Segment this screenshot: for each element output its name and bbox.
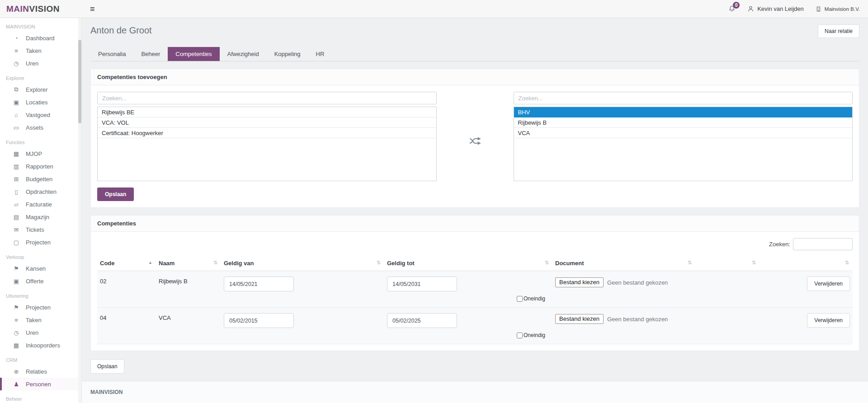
list-item-selected[interactable]: BHV bbox=[514, 107, 853, 117]
sidebar-item-projecten[interactable]: ▢Projecten bbox=[0, 236, 81, 248]
sidebar-item-personen[interactable]: ♟Personen bbox=[0, 378, 81, 390]
grid-icon: ▦ bbox=[13, 342, 20, 349]
topbar-right: 0 Kevin van Leijden Mainvision B.V. bbox=[728, 5, 868, 13]
logo-text: MAINVISION bbox=[6, 4, 60, 14]
sidebar-item-relaties[interactable]: ⊕Relaties bbox=[0, 365, 81, 378]
sort-both-icon: ⇅ bbox=[213, 260, 217, 266]
bestand-kiezen-button[interactable]: Bestand kiezen bbox=[555, 277, 604, 287]
sidebar-item-magazijn[interactable]: ▤Magazijn bbox=[0, 211, 81, 223]
user-name: Kevin van Leijden bbox=[757, 5, 804, 12]
sort-both-icon: ⇅ bbox=[752, 260, 756, 266]
user-menu[interactable]: Kevin van Leijden bbox=[747, 5, 804, 12]
sidebar-item-inkooporders[interactable]: ▦Inkooporders bbox=[0, 339, 81, 351]
sidebar-item-mjop[interactable]: ▦MJOP bbox=[0, 147, 81, 160]
sidebar-item-label: Personen bbox=[26, 381, 51, 388]
tasks-list-icon: ≡ bbox=[13, 317, 20, 323]
company-menu[interactable]: Mainvision B.V. bbox=[816, 6, 860, 12]
tab-afwezigheid[interactable]: Afwezigheid bbox=[220, 47, 267, 61]
sidebar-item-opdrachten[interactable]: ▯Opdrachten bbox=[0, 185, 81, 198]
sidebar-item-offerte[interactable]: ▣Offerte bbox=[0, 275, 81, 287]
sidebar-item-label: Taken bbox=[26, 47, 42, 54]
invoice-folder-icon: ▱ bbox=[13, 201, 20, 208]
sidebar-item-locaties[interactable]: ▣Locaties bbox=[0, 96, 81, 108]
competenties-panel: Competenties Zoeken: Code▲ bbox=[90, 215, 859, 351]
cell-naam: Rijbewijs B bbox=[159, 276, 188, 285]
sidebar-scrollbar-thumb[interactable] bbox=[78, 40, 81, 123]
oneindig-checkbox[interactable] bbox=[517, 296, 523, 302]
notifications-button[interactable]: 0 bbox=[728, 5, 736, 13]
file-status-text: Geen bestand gekozen bbox=[607, 279, 668, 286]
verwijderen-button[interactable]: Verwijderen bbox=[807, 276, 850, 291]
sidebar-item-taken[interactable]: ≡Taken bbox=[0, 44, 81, 57]
opslaan-button-secondary[interactable]: Opslaan bbox=[90, 359, 124, 374]
list-item[interactable]: Rijbewijs BE bbox=[98, 107, 436, 117]
warehouse-grid-icon: ▤ bbox=[13, 214, 20, 220]
bestand-kiezen-button[interactable]: Bestand kiezen bbox=[555, 314, 604, 324]
tab-beheer[interactable]: Beheer bbox=[133, 47, 168, 61]
tab-competenties[interactable]: Competenties bbox=[168, 47, 219, 61]
sidebar-item-dashboard[interactable]: ◔Dashboard bbox=[0, 32, 81, 44]
sidebar-item-facturatie[interactable]: ▱Facturatie bbox=[0, 198, 81, 211]
geldig-tot-input[interactable] bbox=[387, 313, 457, 328]
sidebar-item-label: MJOP bbox=[26, 150, 42, 157]
column-header-naam[interactable]: Naam⇅ bbox=[156, 256, 221, 271]
sidebar-section-mainvision: MAINVISION bbox=[0, 18, 81, 32]
list-item[interactable]: Certificaat: Hoogwerker bbox=[98, 128, 436, 138]
hamburger-menu-icon[interactable]: ≡ bbox=[90, 5, 95, 13]
notebook-icon: ▢ bbox=[13, 239, 20, 246]
list-item[interactable]: Rijbewijs B bbox=[514, 117, 853, 128]
sidebar-section-uitvoering: Uitvoering bbox=[0, 287, 81, 301]
available-search-input[interactable] bbox=[97, 92, 437, 104]
calendar-icon: ▦ bbox=[13, 150, 20, 157]
geldig-tot-input[interactable] bbox=[387, 276, 457, 291]
sidebar-item-label: Vastgoed bbox=[26, 112, 50, 118]
sidebar-item-rapporten[interactable]: ▥Rapporten bbox=[0, 160, 81, 173]
column-header-actions[interactable]: ⇅ bbox=[760, 256, 853, 271]
tab-hr[interactable]: HR bbox=[308, 47, 332, 61]
geldig-van-input[interactable] bbox=[224, 313, 294, 328]
column-header-code[interactable]: Code▲ bbox=[97, 256, 156, 271]
sidebar-item-label: Relaties bbox=[26, 368, 47, 375]
sidebar-item-uitvoering-taken[interactable]: ≡Taken bbox=[0, 314, 81, 326]
sidebar-item-explorer[interactable]: ⧉Explorer bbox=[0, 83, 81, 96]
persons-icon: ♟ bbox=[13, 381, 20, 388]
column-header-document[interactable]: Document⇅ bbox=[552, 256, 695, 271]
sidebar-item-uren[interactable]: ◷Uren bbox=[0, 57, 81, 70]
calculator-icon: ⊞ bbox=[13, 176, 20, 183]
list-item[interactable]: VCA bbox=[514, 128, 853, 138]
assigned-search-input[interactable] bbox=[514, 92, 853, 104]
opslaan-button-primary[interactable]: Opslaan bbox=[97, 187, 134, 201]
table-search-input[interactable] bbox=[793, 238, 853, 250]
sidebar-item-label: Facturatie bbox=[26, 201, 52, 208]
column-header-geldig-van[interactable]: Geldig van⇅ bbox=[221, 256, 384, 271]
sidebar-item-tickets[interactable]: ✉Tickets bbox=[0, 223, 81, 236]
sort-both-icon: ⇅ bbox=[377, 260, 381, 266]
document-icon: ▯ bbox=[13, 188, 20, 195]
sidebar-item-kansen[interactable]: ⚑Kansen bbox=[0, 262, 81, 275]
sidebar-item-label: Locaties bbox=[26, 99, 47, 106]
sidebar-item-vastgoed[interactable]: ⌂Vastgoed bbox=[0, 108, 81, 121]
verwijderen-button[interactable]: Verwijderen bbox=[807, 313, 850, 328]
flag-icon: ⚑ bbox=[13, 265, 20, 272]
table-search-label: Zoeken: bbox=[769, 241, 790, 248]
tab-personalia[interactable]: Personalia bbox=[90, 47, 133, 61]
available-competenties-list: Rijbewijs BE VCA: VOL Certificaat: Hoogw… bbox=[97, 107, 437, 181]
sidebar-item-uitvoering-projecten[interactable]: ⚑Projecten bbox=[0, 301, 81, 314]
geldig-van-input[interactable] bbox=[224, 276, 294, 291]
cell-naam: VCA bbox=[159, 313, 171, 321]
naar-relatie-button[interactable]: Naar relatie bbox=[818, 24, 859, 38]
logo[interactable]: MAINVISION bbox=[0, 4, 82, 14]
sidebar-item-label: Explorer bbox=[26, 86, 47, 93]
logo-vision: VISION bbox=[29, 4, 60, 14]
sidebar-section-crm: CRM bbox=[0, 351, 81, 365]
column-header-geldig-tot[interactable]: Geldig tot⇅ bbox=[384, 256, 552, 271]
oneindig-label: Oneindig bbox=[524, 332, 545, 338]
oneindig-checkbox[interactable] bbox=[517, 333, 523, 338]
list-item[interactable]: VCA: VOL bbox=[98, 117, 436, 128]
sidebar-item-uitvoering-uren[interactable]: ◷Uren bbox=[0, 326, 81, 339]
tab-koppeling[interactable]: Koppeling bbox=[267, 47, 308, 61]
sidebar-section-explorer: Explorer bbox=[0, 70, 81, 83]
sidebar-item-budgetten[interactable]: ⊞Budgetten bbox=[0, 173, 81, 185]
column-header-empty[interactable]: ⇅ bbox=[695, 256, 760, 271]
sidebar-item-assets[interactable]: ▭Assets bbox=[0, 121, 81, 134]
